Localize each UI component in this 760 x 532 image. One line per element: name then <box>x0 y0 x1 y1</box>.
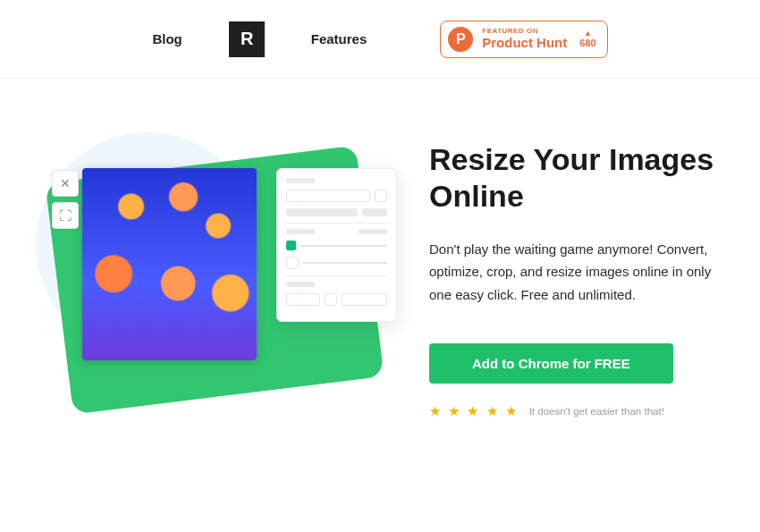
panel-field[interactable] <box>286 208 358 216</box>
upvote-count: 680 <box>579 38 595 48</box>
panel-label <box>286 229 315 234</box>
sample-image <box>82 168 257 360</box>
add-to-chrome-button[interactable]: Add to Chrome for FREE <box>429 343 673 384</box>
upvote-icon: ▲ <box>584 30 592 38</box>
product-hunt-name: Product Hunt <box>482 36 567 50</box>
rating-caption: It doesn't get easier than that! <box>529 406 664 417</box>
close-icon[interactable]: ✕ <box>52 170 79 197</box>
nav-blog-link[interactable]: Blog <box>152 31 182 46</box>
panel-label <box>286 282 315 287</box>
header: Blog R Features P FEATURED ON Product Hu… <box>0 0 760 79</box>
rating-row: ★ ★ ★ ★ ★ It doesn't get easier than tha… <box>429 403 724 419</box>
checkbox-icon[interactable] <box>286 241 296 250</box>
panel-label <box>359 229 387 234</box>
tool-column: ✕ ⛶ <box>52 170 79 229</box>
hero-copy: Resize Your Images Online Don't play the… <box>429 132 724 454</box>
panel-select[interactable] <box>286 293 320 306</box>
crop-icon[interactable]: ⛶ <box>52 202 79 229</box>
hero-illustration: ✕ ⛶ <box>27 132 402 454</box>
product-hunt-upvotes: ▲ 680 <box>579 30 595 48</box>
panel-field[interactable] <box>362 208 387 216</box>
product-hunt-icon: P <box>448 27 473 52</box>
product-hunt-badge[interactable]: P FEATURED ON Product Hunt ▲ 680 <box>440 21 607 58</box>
slider[interactable] <box>303 262 387 264</box>
panel-lock-icon[interactable] <box>375 190 387 202</box>
lead-paragraph: Don't play the waiting game anymore! Con… <box>429 238 724 307</box>
panel-label <box>286 178 315 183</box>
hero-section: ✕ ⛶ <box>0 79 760 454</box>
panel-toggle-icon[interactable] <box>325 293 337 306</box>
nav-features-link[interactable]: Features <box>311 31 367 46</box>
panel-select[interactable] <box>342 293 387 306</box>
logo[interactable]: R <box>229 21 265 57</box>
checkbox-icon[interactable] <box>286 257 299 269</box>
star-icons: ★ ★ ★ ★ ★ <box>429 403 519 419</box>
slider[interactable] <box>300 245 387 247</box>
panel-select[interactable] <box>286 190 370 202</box>
settings-panel <box>276 168 397 322</box>
page-title: Resize Your Images Online <box>429 141 724 215</box>
product-hunt-text: FEATURED ON Product Hunt <box>482 28 567 49</box>
